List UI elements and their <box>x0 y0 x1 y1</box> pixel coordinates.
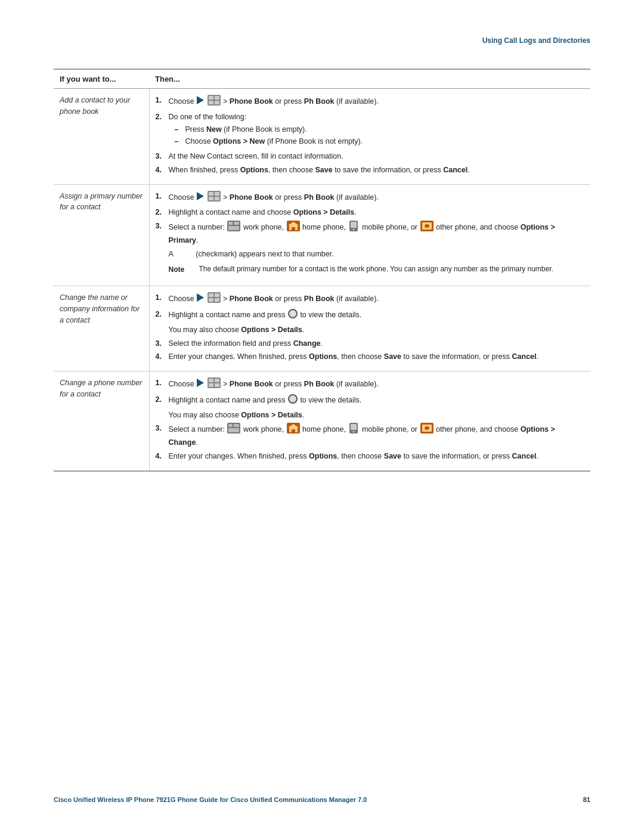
step-item: 4. Enter your changes. When finished, pr… <box>156 451 585 462</box>
step-item: 4. Enter your changes. When finished, pr… <box>156 351 585 363</box>
action-label: Change the name or company information f… <box>60 293 140 324</box>
svg-rect-9 <box>215 192 219 196</box>
step-item: 3. Select a number: <box>156 423 585 448</box>
note-text: The default primary number for a contact… <box>199 264 585 275</box>
svg-rect-34 <box>209 379 213 382</box>
note-item: Note The default primary number for a co… <box>156 262 585 277</box>
steps-cell: 1. Choose <box>149 89 590 185</box>
step-item: 3. Select the information field and pres… <box>156 338 585 349</box>
step-content: Highlight a contact name and press to vi… <box>169 309 585 322</box>
steps-cell: 1. Choose <box>149 371 590 471</box>
svg-point-31 <box>289 309 297 318</box>
svg-rect-41 <box>234 424 239 427</box>
steps-cell: 1. Choose <box>149 286 590 371</box>
svg-rect-27 <box>209 293 213 297</box>
svg-rect-28 <box>215 293 219 297</box>
svg-rect-13 <box>228 222 233 225</box>
mobile-phone-icon <box>348 221 359 235</box>
step-content: At the New Contact screen, fill in conta… <box>169 151 585 162</box>
header-title: Using Call Logs and Directories <box>482 36 590 45</box>
action-label: Assign a primary number for a contact <box>60 192 143 212</box>
step-number: 2. <box>156 207 166 218</box>
step-number: 2. <box>156 394 166 405</box>
nav-icon <box>197 379 204 391</box>
step-number <box>156 410 166 421</box>
step-content: You may also choose Options > Details. <box>169 410 585 421</box>
svg-rect-18 <box>292 227 295 230</box>
dash: – <box>175 136 183 147</box>
choose-label: Choose <box>169 97 194 106</box>
sub-text: Press New (if Phone Book is empty). <box>185 124 307 135</box>
step-content: Select a number: <box>169 423 585 448</box>
step-item: 2. Do one of the following: – Press New … <box>156 112 585 148</box>
table-row: Add a contact to your phone book 1. Choo… <box>54 89 590 185</box>
step-number <box>156 324 166 336</box>
step-content: When finished, press Options, then choos… <box>169 165 585 176</box>
menu-icon <box>208 377 221 392</box>
svg-point-48 <box>353 431 355 433</box>
nav-icon <box>197 293 204 305</box>
menu-icon <box>208 191 221 205</box>
other-phone-icon <box>420 221 434 235</box>
step-item: You may also choose Options > Details. <box>156 410 585 421</box>
circle-select-icon <box>288 394 298 407</box>
step-item: You may also choose Options > Details. <box>156 324 585 336</box>
step-item: 2. Highlight a contact name and choose O… <box>156 207 585 218</box>
step-number: 4. <box>156 351 166 363</box>
step-number: 4. <box>156 165 166 176</box>
step-content: Enter your changes. When finished, press… <box>169 451 585 462</box>
step-content: Enter your changes. When finished, press… <box>169 351 585 363</box>
svg-rect-45 <box>292 429 295 432</box>
action-label: Add a contact to your phone book <box>60 96 130 116</box>
step-number: 1. <box>156 292 166 304</box>
step-content: Choose <box>169 191 585 205</box>
home-phone-icon <box>287 221 300 235</box>
nav-icon <box>197 192 204 204</box>
step-content: Choose <box>169 292 585 306</box>
step-number: 3. <box>156 423 166 434</box>
step-item: 1. Choose <box>156 292 585 306</box>
svg-rect-47 <box>351 424 357 430</box>
svg-rect-36 <box>209 383 213 387</box>
step-number: 2. <box>156 309 166 320</box>
svg-rect-15 <box>228 226 239 230</box>
step-number: 3. <box>156 221 166 232</box>
action-label: Change a phone number for a contact <box>60 379 142 398</box>
step-content: Select a number: <box>169 221 585 246</box>
svg-rect-2 <box>209 96 213 100</box>
step-item: 2. Highlight a contact name and press to… <box>156 309 585 322</box>
step-item: 1. Choose <box>156 377 585 392</box>
nav-icon <box>197 96 204 108</box>
svg-rect-14 <box>234 222 239 225</box>
step-number: 4. <box>156 451 166 462</box>
action-cell: Change the name or company information f… <box>54 286 149 371</box>
col1-header: If you want to... <box>54 69 149 89</box>
step-content: Select the information field and press C… <box>169 338 585 349</box>
note-label: Note <box>169 264 196 275</box>
step-number: 3. <box>156 338 166 349</box>
step-item: 1. Choose <box>156 191 585 205</box>
work-phone-icon <box>227 221 240 235</box>
svg-marker-6 <box>197 192 204 200</box>
step-content: Highlight a contact name and press to vi… <box>169 394 585 407</box>
svg-rect-35 <box>215 379 219 382</box>
svg-rect-30 <box>215 298 219 302</box>
svg-point-24 <box>425 224 429 228</box>
svg-rect-42 <box>228 428 239 432</box>
step-item: 2. Highlight a contact name and press to… <box>156 394 585 407</box>
main-content: If you want to... Then... Add a contact … <box>0 57 644 496</box>
step-number: 3. <box>156 151 166 162</box>
step-number: 2. <box>156 112 166 123</box>
step-item: 1. Choose <box>156 95 585 109</box>
footer-page-number: 81 <box>583 796 590 803</box>
svg-point-51 <box>425 426 429 430</box>
step-item: A (checkmark) appears next to that numbe… <box>156 249 585 260</box>
table-row: Change a phone number for a contact 1. C… <box>54 371 590 471</box>
svg-rect-5 <box>215 101 219 104</box>
svg-rect-4 <box>209 101 213 104</box>
step-number: 1. <box>156 377 166 389</box>
action-cell: Assign a primary number for a contact <box>54 184 149 286</box>
step-content: You may also choose Options > Details. <box>169 324 585 336</box>
step-number <box>156 262 166 273</box>
action-cell: Change a phone number for a contact <box>54 371 149 471</box>
